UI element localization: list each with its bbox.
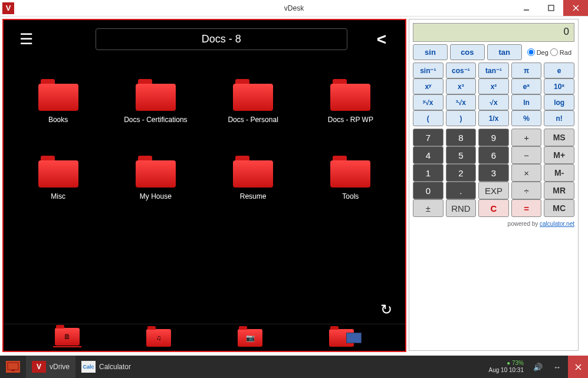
window-controls <box>514 0 588 16</box>
calc-btn[interactable]: EXP <box>478 182 509 199</box>
calc-btn[interactable]: 5 <box>446 146 477 164</box>
calc-btn[interactable]: ( <box>413 110 444 126</box>
calc-btn[interactable]: cos⁻¹ <box>446 63 477 78</box>
taskbar-close-button[interactable] <box>568 356 588 378</box>
calc-btn[interactable]: tan⁻¹ <box>478 63 509 78</box>
expand-icon[interactable]: ↔ <box>550 363 564 372</box>
calc-btn[interactable]: 0 <box>413 182 444 199</box>
minimize-button[interactable] <box>514 0 538 16</box>
bottom-tab-music[interactable]: ♫ <box>144 328 173 347</box>
calc-btn[interactable]: 1/x <box>478 110 509 126</box>
folder-icon <box>233 79 273 111</box>
calculator-net-link[interactable]: calculator.net <box>540 221 574 227</box>
bottom-tab-photos[interactable]: 📷 <box>236 328 264 347</box>
vdrive-panel: ☰ Docs - 8 < BooksDocs - CertificationsD… <box>2 19 406 352</box>
folder-grid: BooksDocs - CertificationsDocs - Persona… <box>4 58 405 324</box>
window-title: vDesk <box>284 4 304 12</box>
maximize-button[interactable] <box>538 0 563 16</box>
folder-item[interactable]: Books <box>9 63 107 140</box>
folder-item[interactable]: Tools <box>302 140 399 216</box>
battery-clock: ● 73% Aug 10 10:31 <box>489 360 527 374</box>
folder-item[interactable]: Docs - Personal <box>205 63 302 140</box>
folder-item[interactable]: Docs - RP WP <box>302 63 399 140</box>
calc-btn[interactable]: C <box>478 199 509 217</box>
calc-btn[interactable]: MS <box>544 129 574 146</box>
calc-btn[interactable]: eˣ <box>511 78 542 94</box>
calc-btn[interactable]: 7 <box>413 129 444 146</box>
vdrive-header: ☰ Docs - 8 < <box>4 20 405 58</box>
vdrive-bottombar: 🗎♫📷 <box>4 324 405 351</box>
folder-item[interactable]: Docs - Certifications <box>107 63 204 140</box>
task-app-label: Calculator <box>99 363 131 371</box>
folder-icon <box>38 156 78 188</box>
calc-btn[interactable]: ± <box>413 199 444 217</box>
monitor-icon <box>6 361 20 373</box>
calc-btn[interactable]: % <box>511 110 542 126</box>
calculator-panel: 0 sin cos tan Deg Rad sin⁻¹cos⁻¹tan⁻¹πex… <box>409 19 579 351</box>
calc-btn[interactable]: √x <box>478 94 509 110</box>
calc-btn[interactable]: ln <box>511 94 542 110</box>
calc-btn[interactable]: MR <box>544 182 574 199</box>
close-button[interactable] <box>563 0 588 16</box>
refresh-icon[interactable]: ↻ <box>380 301 392 318</box>
calc-btn[interactable]: x³ <box>446 78 477 94</box>
folder-label: Resume <box>240 192 267 200</box>
calc-btn[interactable]: M- <box>544 164 574 182</box>
volume-icon[interactable]: 🔊 <box>530 363 546 372</box>
folder-label: Docs - RP WP <box>328 116 373 124</box>
calc-btn[interactable]: n! <box>544 110 574 126</box>
vdrive-icon: V <box>32 361 46 373</box>
calc-btn[interactable]: 2 <box>446 164 477 182</box>
calc-btn[interactable]: + <box>511 129 542 146</box>
calc-btn[interactable]: ³√x <box>446 94 477 110</box>
folder-icon <box>233 156 273 188</box>
calc-btn[interactable]: e <box>544 63 574 78</box>
calc-btn[interactable]: 6 <box>478 146 509 164</box>
calc-btn[interactable]: xʸ <box>413 78 444 94</box>
task-app-calculator[interactable]: CalcCalculator <box>75 356 137 378</box>
app-icon: V <box>2 2 14 14</box>
calc-btn[interactable]: = <box>511 199 542 217</box>
calc-btn[interactable]: 4 <box>413 146 444 164</box>
bottom-tab-docs[interactable]: 🗎 <box>53 328 81 347</box>
calc-btn[interactable]: sin⁻¹ <box>413 63 444 78</box>
calc-btn[interactable]: M+ <box>544 146 574 164</box>
calc-btn[interactable]: ÷ <box>511 182 542 199</box>
calc-btn[interactable]: . <box>446 182 477 199</box>
calc-btn[interactable]: MC <box>544 199 574 217</box>
task-app-vdrive[interactable]: VvDrive <box>26 356 75 378</box>
calc-btn[interactable]: × <box>511 164 542 182</box>
folder-icon <box>330 156 370 188</box>
angle-mode-selector: Deg Rad <box>524 44 574 60</box>
folder-item[interactable]: Misc <box>9 140 107 216</box>
calc-btn[interactable]: π <box>511 63 542 78</box>
bottom-tab-tagged[interactable] <box>327 328 356 347</box>
calc-btn[interactable]: 3 <box>478 164 509 182</box>
calc-btn[interactable]: RND <box>446 199 477 217</box>
calc-btn-tan[interactable]: tan <box>487 44 522 60</box>
vdrive-breadcrumb[interactable]: Docs - 8 <box>96 28 347 50</box>
folder-icon <box>136 156 176 188</box>
calc-btn[interactable]: ) <box>446 110 477 126</box>
back-icon[interactable]: < <box>377 30 386 49</box>
calc-btn[interactable]: 10ˣ <box>544 78 574 94</box>
calc-btn[interactable]: log <box>544 94 574 110</box>
task-app-monitor[interactable] <box>0 356 26 378</box>
calculator-icon: Calc <box>81 361 96 373</box>
calc-btn[interactable]: ʸ√x <box>413 94 444 110</box>
deg-label: Deg <box>537 49 548 56</box>
calc-btn[interactable]: − <box>511 146 542 164</box>
calc-btn[interactable]: 1 <box>413 164 444 182</box>
hamburger-icon[interactable]: ☰ <box>15 30 37 48</box>
calc-btn[interactable]: x² <box>478 78 509 94</box>
rad-radio[interactable] <box>550 48 558 56</box>
folder-item[interactable]: My House <box>107 140 204 216</box>
calc-btn[interactable]: 9 <box>478 129 509 146</box>
folder-item[interactable]: Resume <box>205 140 302 216</box>
calc-btn-sin[interactable]: sin <box>413 44 448 60</box>
task-app-label: vDrive <box>50 363 70 371</box>
deg-radio[interactable] <box>527 48 535 56</box>
calc-btn-cos[interactable]: cos <box>450 44 485 60</box>
calc-btn[interactable]: 8 <box>446 129 477 146</box>
footer-prefix: powered by <box>508 221 540 227</box>
